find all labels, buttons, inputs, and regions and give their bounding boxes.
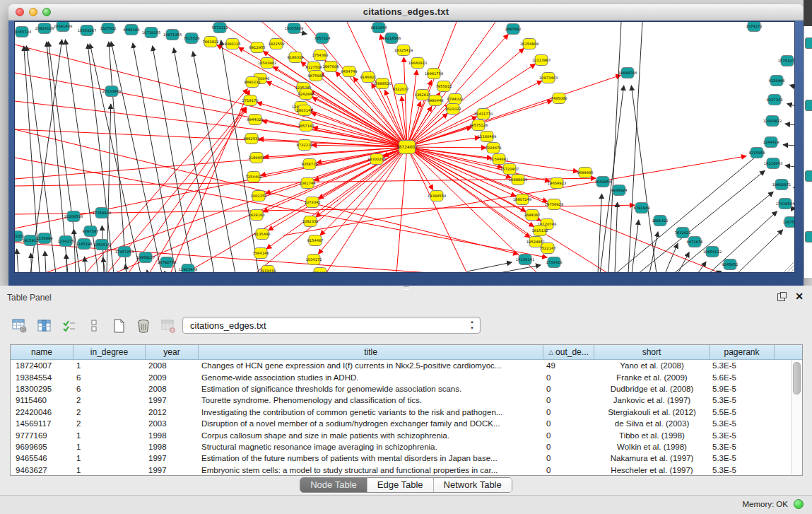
network-node[interactable]: 9990448 (427, 95, 443, 106)
tab-node-table[interactable]: Node Table (300, 478, 367, 492)
tab-edge-table[interactable]: Edge Table (367, 478, 434, 492)
deselect-all-button[interactable] (84, 316, 104, 336)
network-node[interactable]: 9358715 (301, 159, 317, 170)
network-node[interactable]: 2857163 (298, 121, 314, 132)
delete-column-button[interactable] (134, 316, 153, 336)
table-row[interactable]: 1830029562008Estimation of significance … (11, 383, 802, 395)
network-node[interactable]: 8186328 (287, 52, 303, 63)
network-node[interactable]: 1074272 (746, 22, 762, 32)
network-node[interactable]: 7955812 (435, 81, 452, 92)
network-node[interactable]: 9754412 (312, 268, 328, 274)
close-panel-icon[interactable]: ✕ (795, 291, 804, 301)
network-node[interactable]: 7564146 (252, 248, 269, 259)
table-row[interactable]: 2242004622012Investigating the contribut… (11, 407, 802, 418)
column-header-out_degree[interactable]: △out_de... (543, 345, 594, 359)
network-node[interactable]: 1621022 (445, 104, 461, 115)
network-node[interactable]: 6791949 (633, 203, 649, 214)
network-node[interactable]: 1244419 (763, 137, 779, 148)
network-node[interactable]: 12923448 (179, 264, 197, 274)
network-node[interactable]: 2867608 (322, 62, 339, 72)
network-node[interactable]: 10719155 (142, 28, 160, 38)
network-node[interactable]: 8912955 (249, 42, 265, 53)
table-selector-dropdown[interactable]: citations_edges.txt ▲▼ (182, 317, 481, 334)
network-node[interactable]: 10553267 (78, 25, 96, 36)
scrollbar-thumb[interactable] (793, 362, 801, 395)
network-node[interactable]: 15688520 (373, 78, 392, 89)
network-node[interactable]: 7515526 (183, 33, 199, 44)
network-node[interactable]: 12160469 (478, 132, 496, 142)
network-node[interactable]: 16961758 (425, 69, 443, 79)
network-node[interactable]: 7632621 (674, 228, 690, 238)
network-node[interactable]: 9862531 (243, 134, 259, 144)
canvas-resize-grip[interactable] (784, 262, 794, 272)
table-row[interactable]: 969969511998Structural magnetic resonanc… (11, 441, 802, 452)
network-node[interactable]: 2189654 (248, 153, 265, 163)
column-header-year[interactable]: year (146, 345, 199, 359)
select-all-button[interactable] (59, 316, 79, 336)
table-row[interactable]: 946554611997Estimation of the future num… (11, 452, 802, 464)
network-node[interactable]: 14055724 (15, 27, 32, 37)
network-node[interactable]: 16154808 (520, 39, 539, 49)
network-node[interactable]: 23914106 (35, 23, 54, 34)
network-node[interactable]: 7522147 (539, 243, 555, 254)
network-node[interactable]: 1167533 (782, 217, 795, 228)
network-node[interactable]: 14136141 (516, 255, 534, 265)
network-node[interactable]: 16958107 (136, 252, 155, 263)
network-canvas-svg[interactable]: 1405572423914106206914061055326715276026… (15, 22, 795, 273)
network-node[interactable]: 1891422 (652, 216, 668, 226)
column-header-short[interactable]: short (594, 345, 710, 359)
network-node[interactable]: 15720407 (500, 164, 519, 175)
table-row[interactable]: 911546021997Tourette syndrome. Phenomeno… (11, 395, 802, 406)
network-node[interactable]: 6466160 (123, 25, 139, 35)
network-node[interactable]: 1919419 (259, 266, 276, 274)
network-node[interactable]: 1733426 (546, 257, 562, 268)
network-node[interactable]: 9322037 (392, 84, 408, 95)
network-node[interactable]: 1527602 (100, 23, 116, 34)
network-node[interactable]: 7485066 (551, 93, 567, 104)
network-canvas[interactable]: 1405572423914106206914061055326715276026… (14, 21, 795, 273)
network-node[interactable]: 6794022 (447, 94, 463, 105)
network-node[interactable]: 9242844 (298, 89, 314, 100)
network-node[interactable]: 9360125 (224, 39, 240, 49)
network-node[interactable]: 9245652 (722, 259, 738, 270)
new-column-button[interactable] (109, 316, 129, 336)
network-node[interactable]: 19756928 (545, 199, 563, 210)
network-node[interactable]: 2684067 (524, 210, 540, 221)
network-node[interactable]: 9135446 (254, 229, 270, 240)
network-node[interactable]: 9329966 (768, 76, 784, 86)
network-node[interactable]: 19218586 (382, 33, 401, 44)
network-node[interactable]: 10654112 (703, 247, 722, 257)
network-node[interactable]: 1615132 (531, 226, 548, 236)
network-node[interactable]: 7254402 (245, 172, 261, 182)
network-node[interactable]: 7857224 (314, 33, 331, 44)
network-node[interactable]: 11544691 (490, 154, 508, 165)
network-node[interactable]: 18724007 (396, 141, 418, 154)
network-node[interactable]: 12093822 (763, 116, 782, 127)
network-node[interactable]: 19575126 (469, 120, 488, 131)
network-node[interactable]: 20206536 (64, 211, 83, 222)
table-row[interactable]: 1872400712008Changes of HCN gene express… (11, 360, 802, 371)
network-node[interactable]: 1082332 (302, 216, 318, 227)
network-node[interactable]: 9938924 (611, 185, 628, 196)
network-node[interactable]: 16640910 (408, 58, 427, 69)
network-node[interactable]: 19654923 (548, 178, 566, 189)
network-node[interactable]: 1754363 (312, 50, 328, 61)
network-node[interactable]: 1156869 (36, 233, 52, 244)
network-node[interactable]: 20533846 (102, 86, 121, 97)
network-node[interactable]: 8813054 (370, 23, 387, 33)
table-row[interactable]: 946362711997Embryonic stem cells: a mode… (11, 465, 802, 476)
network-node[interactable]: 8471676 (686, 237, 702, 247)
network-node[interactable]: 1640954 (594, 177, 611, 187)
network-node[interactable]: 14671355 (163, 30, 182, 40)
network-node[interactable]: 19892971 (772, 180, 791, 190)
network-node[interactable]: 2803144 (296, 105, 313, 116)
float-panel-icon[interactable] (777, 292, 787, 301)
network-node[interactable]: 16055809 (285, 23, 303, 34)
show-columns-button[interactable] (35, 316, 54, 336)
network-node[interactable]: 16210643 (764, 158, 782, 169)
tab-network-table[interactable]: Network Table (434, 478, 512, 492)
network-node[interactable]: 9227343 (766, 95, 782, 105)
network-node[interactable]: 5572311 (211, 23, 228, 33)
import-table-button[interactable] (158, 316, 178, 336)
network-node[interactable]: 12213967 (532, 55, 551, 66)
